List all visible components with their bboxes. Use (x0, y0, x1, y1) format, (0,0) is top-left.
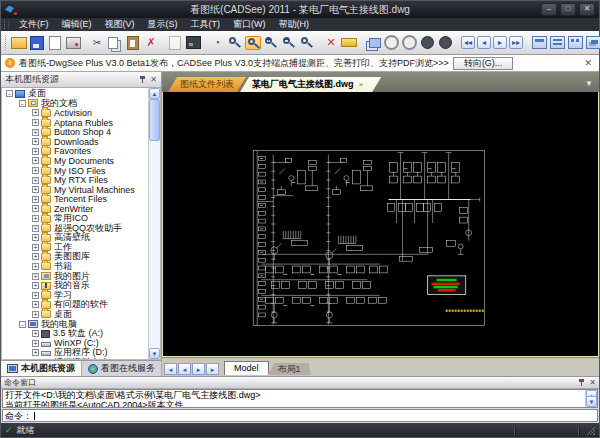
command-pin-icon[interactable] (578, 378, 586, 386)
tree-expander-icon[interactable]: - (19, 321, 26, 328)
panel-close-icon[interactable]: ✕ (150, 75, 157, 84)
zoom-dynamic-icon[interactable] (245, 36, 261, 50)
menu-item-0[interactable]: 文件(F) (13, 18, 55, 31)
scroll-up-icon[interactable]: ▲ (149, 88, 160, 99)
print-icon[interactable] (65, 36, 81, 50)
tree-expander-icon[interactable]: + (32, 205, 39, 212)
cad-canvas[interactable] (162, 92, 599, 357)
cut-icon[interactable]: ✂ (89, 36, 105, 50)
layer-on-icon[interactable] (383, 36, 399, 50)
last-drawing-icon[interactable]: ▸▸ (509, 36, 523, 49)
tree-item-有问题的软件[interactable]: +有问题的软件 (4, 300, 148, 310)
tree-item-高清壁纸[interactable]: +高清壁纸 (4, 233, 148, 243)
command-input[interactable]: 命令： (2, 409, 598, 422)
tree-item-我的音乐[interactable]: +我的音乐 (4, 281, 148, 291)
panel-tab-本机图纸资源[interactable]: 本机图纸资源 (1, 361, 82, 376)
paste-icon[interactable] (125, 36, 141, 50)
tree-expander-icon[interactable]: - (6, 90, 13, 97)
tree-expander-icon[interactable]: + (32, 129, 39, 136)
tree-expander-icon[interactable]: + (32, 282, 39, 289)
tree-expander-icon[interactable]: + (32, 215, 39, 222)
tree-item-My Documents[interactable]: +My Documents (4, 156, 148, 166)
tree-expander-icon[interactable]: + (32, 234, 39, 241)
tab-list-dropdown-icon[interactable]: ▼ (585, 79, 595, 88)
menu-item-1[interactable]: 编辑(E) (56, 18, 98, 31)
tree-item-Button Shop 4[interactable]: +Button Shop 4 (4, 127, 148, 137)
copy-icon[interactable] (107, 36, 123, 50)
first-layout-icon[interactable]: ◂ (164, 363, 177, 375)
tree-item-我的文档[interactable]: -我的文档 (4, 99, 148, 109)
tree-item-Activision[interactable]: +Activision (4, 108, 148, 118)
pin-icon[interactable] (139, 75, 147, 83)
tree-expander-icon[interactable]: + (32, 225, 39, 232)
tree-expander-icon[interactable]: + (32, 292, 39, 299)
menu-item-5[interactable]: 窗口(W) (227, 18, 272, 31)
tab-close-icon[interactable]: × (359, 80, 364, 89)
tree-expander-icon[interactable]: + (32, 244, 39, 251)
command-scrollbar[interactable]: ▲ ▼ (585, 390, 597, 407)
menu-item-2[interactable]: 视图(V) (99, 18, 141, 31)
next-layout-icon[interactable]: ▸ (192, 363, 205, 375)
open-icon[interactable] (11, 36, 27, 50)
scroll-thumb[interactable] (149, 99, 160, 141)
tree-expander-icon[interactable]: + (32, 359, 39, 360)
tree-item-Aptana Rubles[interactable]: +Aptana Rubles (4, 118, 148, 128)
tree-expander-icon[interactable]: + (32, 196, 39, 203)
zoom-extents-icon[interactable] (299, 36, 315, 50)
tree-expander-icon[interactable]: + (32, 109, 39, 116)
menu-item-3[interactable]: 显示(S) (142, 18, 184, 31)
tree-expander-icon[interactable]: + (32, 273, 39, 280)
tree-item-Downloads[interactable]: +Downloads (4, 137, 148, 147)
tree-item-Tencent Files[interactable]: +Tencent Files (4, 195, 148, 205)
document-tab-图纸文件列表[interactable]: 图纸文件列表 (168, 77, 246, 92)
layer-off-icon[interactable] (419, 36, 435, 50)
layer-lock-icon[interactable] (437, 36, 453, 50)
tree-expander-icon[interactable]: + (32, 186, 39, 193)
zoom-in-icon[interactable]: + (263, 36, 279, 50)
document-tab-某电厂电气主接线图.dwg[interactable]: 某电厂电气主接线图.dwg× (240, 77, 381, 92)
cascade-icon[interactable] (585, 36, 600, 50)
zoom-previous-icon[interactable]: ◔ (209, 36, 225, 50)
menu-item-6[interactable]: 帮助(H) (273, 18, 316, 31)
zoom-out-icon[interactable]: − (281, 36, 297, 50)
tree-item-编辑资料 (E:)[interactable]: +编辑资料 (E:) (4, 358, 148, 360)
tree-expander-icon[interactable]: + (32, 157, 39, 164)
zoom-window-icon[interactable] (227, 36, 243, 50)
new-window-icon[interactable] (531, 36, 547, 50)
tree-expander-icon[interactable]: - (19, 100, 26, 107)
properties-icon[interactable] (167, 36, 183, 50)
command-history[interactable]: 打开文件<D:\我的文档\桌面\格式示例\某电厂电气主接线图.dwg>当前打开的… (2, 389, 598, 408)
layout-tab-布局1[interactable]: 布局1 (268, 363, 311, 375)
layout-tab-Model[interactable]: Model (224, 361, 269, 375)
prev-drawing-icon[interactable]: ◂ (477, 36, 491, 49)
tree-expander-icon[interactable]: + (32, 311, 39, 318)
tree-item-My RTX Files[interactable]: +My RTX Files (4, 175, 148, 185)
menu-item-4[interactable]: 工具(T) (185, 18, 227, 31)
tile-vertical-icon[interactable] (567, 36, 583, 50)
notification-close-icon[interactable]: ✕ (581, 58, 595, 68)
tree-expander-icon[interactable]: + (32, 301, 39, 308)
next-drawing-icon[interactable]: ▸ (493, 36, 507, 49)
command-scroll-down-icon[interactable]: ▼ (586, 396, 597, 407)
minimize-button[interactable]: – (541, 3, 557, 16)
image-icon[interactable] (185, 36, 201, 50)
goto-button[interactable]: 转向(G)... (453, 57, 514, 70)
scroll-down-icon[interactable]: ▼ (149, 348, 160, 359)
tree-item-Favorites[interactable]: +Favorites (4, 147, 148, 157)
panel-tab-看图在线服务[interactable]: 看图在线服务 (82, 361, 162, 376)
tree-expander-icon[interactable]: + (32, 167, 39, 174)
delete-icon[interactable]: ✗ (143, 36, 159, 50)
prev-layout-icon[interactable]: ◂ (178, 363, 191, 375)
tree-item-3.5 软盘 (A:)[interactable]: +3.5 软盘 (A:) (4, 329, 148, 339)
print-preview-icon[interactable] (47, 36, 63, 50)
maximize-button[interactable]: □ (560, 3, 576, 16)
tile-horizontal-icon[interactable] (549, 36, 565, 50)
tree-expander-icon[interactable]: + (32, 263, 39, 270)
close-button[interactable]: ✕ (579, 3, 595, 16)
tree-scrollbar[interactable]: ▲ ▼ (148, 88, 160, 359)
tree-expander-icon[interactable]: + (32, 177, 39, 184)
tree-expander-icon[interactable]: + (32, 253, 39, 260)
tree-item-My Virtual Machines[interactable]: +My Virtual Machines (4, 185, 148, 195)
resize-grip[interactable] (585, 425, 595, 435)
tree-expander-icon[interactable]: + (32, 119, 39, 126)
